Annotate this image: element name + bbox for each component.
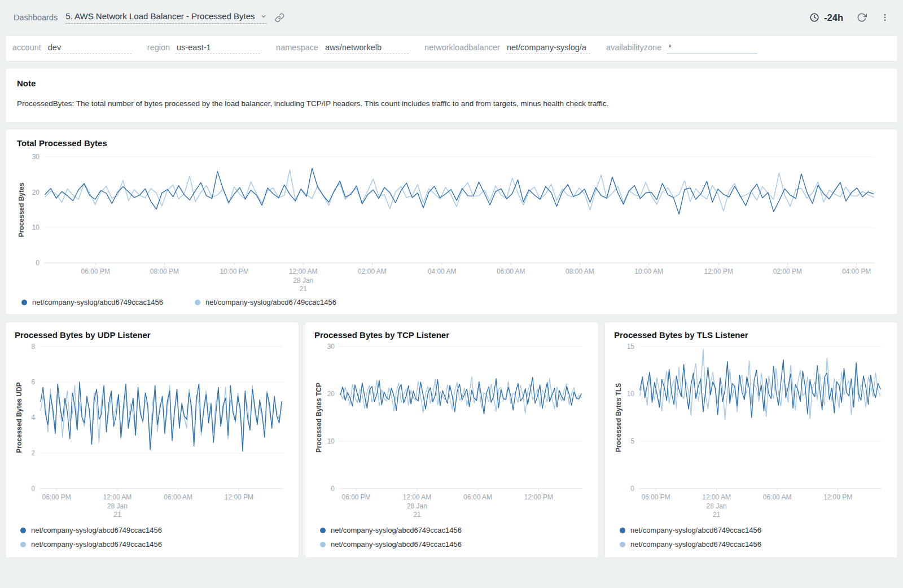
legend-label: net/company-syslog/abcd6749ccac1456 [31,526,162,534]
legend-label: net/company-syslog/abcd6749ccac1456 [31,540,162,548]
filter-label: region [147,43,170,52]
legend-item[interactable]: net/company-syslog/abcd6749ccac1456 [320,540,589,548]
legend-item[interactable]: net/company-syslog/abcd6749ccac1456 [195,298,336,306]
svg-text:06:00 PM: 06:00 PM [341,493,370,501]
legend-dot [21,300,27,305]
svg-text:0: 0 [36,259,40,267]
legend-dot [320,542,326,547]
dashboard-selector[interactable]: 5. AWS Network Load Balancer - Processed… [65,11,266,24]
top-bar: Dashboards 5. AWS Network Load Balancer … [0,0,903,35]
legend-item[interactable]: net/company-syslog/abcd6749ccac1456 [620,526,888,534]
svg-text:Processed Bytes TLS: Processed Bytes TLS [615,383,623,453]
filter-region: region us-east-1 [147,43,260,54]
refresh-icon[interactable] [857,12,867,23]
legend-dot [20,528,26,533]
legend-label: net/company-syslog/abcd6749ccac1456 [331,526,462,534]
svg-text:10:00 AM: 10:00 AM [634,267,663,275]
processed-bytes-udp-svg: 0246806:00 PM12:00 AM28 Jan2106:00 AM12:… [15,341,290,523]
tcp-listener-chart[interactable]: 010203006:00 PM12:00 AM28 Jan2106:00 AM1… [314,341,589,523]
svg-text:30: 30 [327,343,335,350]
note-title: Note [17,78,886,88]
filter-value-input[interactable]: aws/networkelb [324,43,409,54]
legend-item[interactable]: net/company-syslog/abcd6749ccac1456 [21,298,163,306]
svg-text:5: 5 [630,437,634,445]
filter-label: availabilityzone [606,43,661,52]
time-range-control[interactable]: -24h [809,12,843,23]
svg-text:10:00 PM: 10:00 PM [220,267,248,275]
panel-tcp-listener: Processed Bytes by TCP Listener 01020300… [305,322,598,558]
svg-text:12:00 PM: 12:00 PM [225,493,253,501]
filter-value-input[interactable]: us-east-1 [176,43,260,54]
chart-title: Total Processed Bytes [17,138,886,148]
legend-label: net/company-syslog/abcd6749ccac1456 [32,298,163,306]
note-body: ProcessedBytes: The total number of byte… [17,99,886,109]
svg-text:4: 4 [31,414,35,422]
filter-value-input[interactable]: net/company-syslog/a [506,43,590,54]
svg-text:04:00 PM: 04:00 PM [842,267,871,275]
legend-item[interactable]: net/company-syslog/abcd6749ccac1456 [20,526,290,534]
chart-legend: net/company-syslog/abcd6749ccac1456net/c… [614,523,888,552]
clock-icon [809,12,819,23]
udp-listener-chart[interactable]: 0246806:00 PM12:00 AM28 Jan2106:00 AM12:… [15,341,290,523]
total-processed-bytes-chart[interactable]: 010203006:00 PM08:00 PM10:00 PM12:00 AM2… [17,150,886,296]
svg-text:12:00 AM: 12:00 AM [702,493,731,501]
chart-legend: net/company-syslog/abcd6749ccac1456net/c… [15,523,290,552]
chart-title: Processed Bytes by TLS Listener [614,330,888,340]
svg-text:12:00 AM: 12:00 AM [103,493,132,501]
filter-label: namespace [276,43,318,52]
legend-dot [620,528,625,533]
chart-legend: net/company-syslog/abcd6749ccac1456net/c… [314,523,589,552]
svg-text:28 Jan: 28 Jan [293,277,313,284]
tls-listener-chart[interactable]: 05101506:00 PM12:00 AM28 Jan2106:00 AM12… [614,341,888,523]
svg-text:21: 21 [300,285,308,293]
svg-text:0: 0 [331,485,335,493]
filter-label: account [12,43,41,52]
kebab-menu-icon[interactable] [880,13,889,22]
svg-text:12:00 PM: 12:00 PM [823,493,852,501]
chart-legend: net/company-syslog/abcd6749ccac1456net/c… [17,296,886,310]
svg-text:21: 21 [413,511,421,519]
dashboard-title: 5. AWS Network Load Balancer - Processed… [65,11,255,21]
svg-text:08:00 PM: 08:00 PM [150,267,179,275]
svg-text:02:00 PM: 02:00 PM [773,267,802,275]
link-icon[interactable] [275,13,284,23]
filter-value-input[interactable]: * [667,43,757,54]
svg-text:10: 10 [32,224,40,232]
note-panel: Note ProcessedBytes: The total number of… [6,68,897,122]
legend-dot [195,300,200,305]
legend-item[interactable]: net/company-syslog/abcd6749ccac1456 [320,526,589,534]
svg-text:10: 10 [627,390,635,398]
svg-text:0: 0 [31,485,35,493]
svg-text:0: 0 [630,485,634,493]
svg-text:28 Jan: 28 Jan [407,502,427,510]
svg-text:Processed Bytes UDP: Processed Bytes UDP [15,383,23,453]
legend-item[interactable]: net/company-syslog/abcd6749ccac1456 [620,540,888,548]
svg-text:28 Jan: 28 Jan [107,502,128,510]
svg-text:Processed Bytes TCP: Processed Bytes TCP [315,383,323,453]
svg-text:28 Jan: 28 Jan [707,502,727,510]
panel-total-processed-bytes: Total Processed Bytes 010203006:00 PM08:… [6,129,897,314]
processed-bytes-tcp-svg: 010203006:00 PM12:00 AM28 Jan2106:00 AM1… [314,341,589,523]
panel-udp-listener: Processed Bytes by UDP Listener 0246806:… [6,322,299,558]
top-bar-left: Dashboards 5. AWS Network Load Balancer … [14,11,284,24]
filter-label: networkloadbalancer [424,43,500,52]
svg-text:12:00 PM: 12:00 PM [704,267,733,275]
filter-namespace: namespace aws/networkelb [276,43,409,54]
dashboards-breadcrumb[interactable]: Dashboards [14,13,58,22]
svg-text:15: 15 [627,343,635,350]
svg-text:2: 2 [31,449,35,457]
filter-networkloadbalancer: networkloadbalancer net/company-syslog/a [424,43,590,54]
svg-text:21: 21 [713,511,721,519]
svg-text:06:00 PM: 06:00 PM [81,267,110,275]
dashboard-app: Dashboards 5. AWS Network Load Balancer … [0,0,903,588]
svg-text:06:00 PM: 06:00 PM [641,493,670,501]
filter-account: account dev [12,43,131,54]
svg-text:06:00 AM: 06:00 AM [497,267,525,275]
filter-value-input[interactable]: dev [47,43,131,54]
filter-bar: account dev region us-east-1 namespace a… [6,36,897,61]
legend-item[interactable]: net/company-syslog/abcd6749ccac1456 [20,540,290,548]
legend-dot [20,542,26,547]
chart-title: Processed Bytes by UDP Listener [15,330,290,340]
chart-title: Processed Bytes by TCP Listener [314,330,589,340]
svg-text:08:00 AM: 08:00 AM [566,267,594,275]
